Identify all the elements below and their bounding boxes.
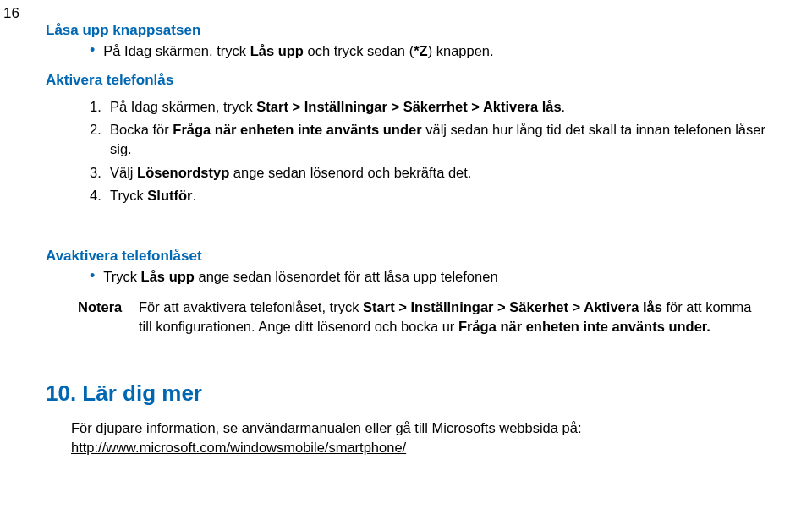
bullet-dot-icon: •	[90, 41, 95, 59]
numbered-list-activate: 1. På Idag skärmen, tryck Start > Instäl…	[90, 97, 766, 205]
section-deactivate: Avaktivera telefonlåset • Tryck Lås upp …	[46, 248, 766, 336]
list-text: Bocka för Fråga när enheten inte använts…	[110, 120, 766, 159]
text-fragment: ) knappen.	[428, 43, 494, 58]
list-number: 3.	[90, 163, 110, 183]
list-number: 1.	[90, 97, 110, 117]
text-fragment: För djupare information, se användarmanu…	[71, 420, 581, 435]
text-fragment: Bocka för	[110, 122, 173, 137]
content: Låsa upp knappsatsen • På Idag skärmen, …	[0, 0, 812, 457]
text-bold: Start > Inställningar > Säkerhet > Aktiv…	[363, 299, 662, 314]
microsoft-link[interactable]: http://www.microsoft.com/windowsmobile/s…	[71, 440, 406, 455]
text-fragment: På Idag skärmen, tryck	[110, 99, 256, 114]
text-bold: Lås upp	[250, 43, 304, 58]
bullet-dot-icon: •	[90, 267, 95, 285]
text-bold: Lösenordstyp	[137, 165, 229, 180]
list-number: 2.	[90, 120, 110, 139]
page-number: 16	[3, 5, 19, 22]
text-fragment: .	[192, 188, 196, 203]
text-fragment: och tryck sedan (	[304, 43, 414, 58]
text-fragment: .	[562, 99, 566, 114]
bullet-unlock-text: På Idag skärmen, tryck Lås upp och tryck…	[103, 41, 493, 60]
text-fragment: Tryck	[110, 188, 147, 203]
text-bold: Fråga när enheten inte använts under.	[458, 319, 710, 334]
text-bold: Lås upp	[141, 269, 195, 284]
section-title-unlock-keypad: Låsa upp knappsatsen	[46, 22, 766, 39]
list-item: 3. Välj Lösenordstyp ange sedan lösenord…	[90, 163, 766, 183]
section-title-activate-lock: Aktivera telefonlås	[46, 72, 766, 89]
text-bold: Start > Inställningar > Säkerrhet > Akti…	[256, 99, 561, 114]
note-text: För att avaktivera telefonlåset, tryck S…	[139, 298, 766, 336]
list-number: 4.	[90, 186, 110, 205]
list-item: 2. Bocka för Fråga när enheten inte anvä…	[90, 120, 766, 159]
heading-learn-more: 10. Lär dig mer	[46, 380, 766, 407]
text-fragment: På Idag skärmen, tryck	[103, 43, 250, 58]
bullet-unlock-keypad: • På Idag skärmen, tryck Lås upp och try…	[90, 41, 766, 60]
text-fragment: För att avaktivera telefonlåset, tryck	[139, 299, 363, 314]
list-text: Välj Lösenordstyp ange sedan lösenord oc…	[110, 163, 766, 183]
list-item: 4. Tryck Slutför.	[90, 186, 766, 205]
list-item: 1. På Idag skärmen, tryck Start > Instäl…	[90, 97, 766, 117]
page: 16 Låsa upp knappsatsen • På Idag skärme…	[0, 0, 812, 525]
text-bold: Fråga när enheten inte använts under	[173, 122, 421, 137]
text-fragment: Tryck	[103, 269, 140, 284]
bullet-deactivate: • Tryck Lås upp ange sedan lösenordet fö…	[90, 267, 766, 286]
learn-more-body: För djupare information, se användarmanu…	[71, 418, 766, 457]
text-bold: *Z	[414, 43, 428, 58]
text-fragment: ange sedan lösenord och bekräfta det.	[229, 165, 471, 180]
text-bold: Slutför	[147, 188, 192, 203]
text-fragment: ange sedan lösenordet för att låsa upp t…	[195, 269, 498, 284]
list-text: På Idag skärmen, tryck Start > Inställni…	[110, 97, 766, 117]
bullet-deactivate-text: Tryck Lås upp ange sedan lösenordet för …	[103, 267, 497, 286]
note-row: Notera För att avaktivera telefonlåset, …	[78, 298, 766, 336]
text-fragment: Välj	[110, 165, 137, 180]
note-label: Notera	[78, 298, 139, 317]
section-title-deactivate: Avaktivera telefonlåset	[46, 248, 766, 265]
list-text: Tryck Slutför.	[110, 186, 766, 205]
